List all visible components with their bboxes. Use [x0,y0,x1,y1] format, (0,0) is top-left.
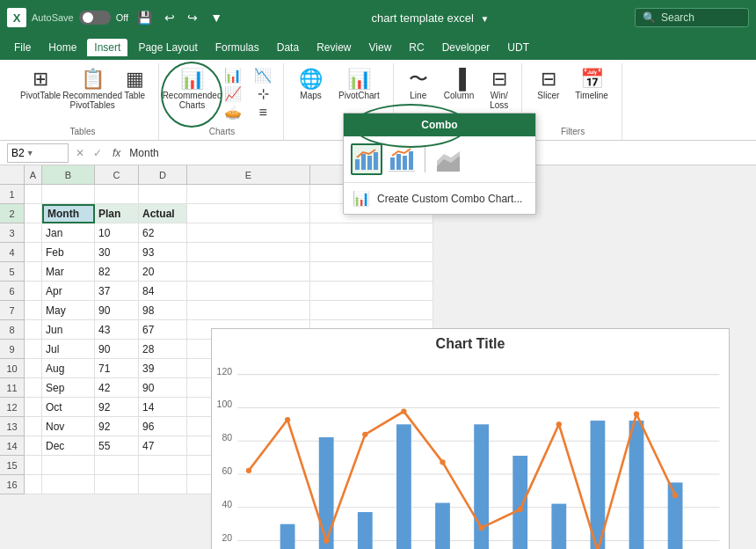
cell-e2[interactable] [187,204,310,223]
scatter-chart-button[interactable]: ⊹ [250,85,276,103]
cell-d6[interactable]: 84 [139,282,187,301]
menu-data[interactable]: Data [270,39,306,56]
cell-c4[interactable]: 30 [95,243,139,262]
cell-c1[interactable] [95,185,139,204]
col-header-e[interactable]: E [187,165,310,185]
cell-d12[interactable]: 14 [139,398,187,417]
menu-page-layout[interactable]: Page Layout [131,39,204,56]
cell-b11[interactable]: Sep [42,378,95,398]
cell-b14[interactable]: Dec [42,436,95,456]
cell-d8[interactable]: 67 [139,320,187,340]
cell-b15[interactable] [42,456,95,475]
cell-b4[interactable]: Feb [42,243,95,262]
cell-a1[interactable] [25,185,42,204]
cell-e5[interactable] [187,262,310,282]
dropdown-arrow[interactable]: ▼ [481,14,490,24]
line-chart-button[interactable]: 📈 [220,85,246,103]
cell-b16[interactable] [42,475,95,494]
menu-formulas[interactable]: Formulas [208,39,266,56]
cell-e4[interactable] [187,243,310,262]
cell-c7[interactable]: 90 [95,301,139,320]
menu-home[interactable]: Home [41,39,84,56]
cell-a9[interactable] [25,340,42,359]
more-charts-button[interactable]: ≡ [250,104,276,121]
cell-d15[interactable] [139,456,187,475]
maps-button[interactable]: 🌐 Maps [293,67,329,103]
timeline-button[interactable]: 📅 Timeline [569,67,614,103]
cell-b3[interactable]: Jan [42,223,95,243]
cell-ref-dropdown[interactable]: ▼ [26,149,34,157]
menu-udt[interactable]: UDT [500,39,536,56]
cell-a12[interactable] [25,398,42,417]
winloss-sparkline-button[interactable]: ⊟ Win/Loss [483,67,514,113]
cell-d4[interactable]: 93 [139,243,187,262]
area-chart-button[interactable]: 📉 [250,67,276,84]
cell-c9[interactable]: 90 [95,340,139,359]
cell-d9[interactable]: 28 [139,340,187,359]
cell-d5[interactable]: 20 [139,262,187,282]
cell-b9[interactable]: Jul [42,340,95,359]
column-sparkline-button[interactable]: ▐ Column [438,67,480,113]
cell-a14[interactable] [25,436,42,456]
cell-d13[interactable]: 96 [139,417,187,436]
autosave-toggle[interactable] [79,11,111,25]
pivotchart-button[interactable]: 📊 PivotChart [332,67,386,103]
cell-a6[interactable] [25,282,42,301]
menu-rc[interactable]: RC [402,39,431,56]
cell-b12[interactable]: Oct [42,398,95,417]
combo-clustered-col-line[interactable] [351,143,382,175]
cell-d2[interactable]: Actual [139,204,187,223]
cell-c15[interactable] [95,456,139,475]
menu-insert[interactable]: Insert [87,39,127,56]
cell-c2[interactable]: Plan [95,204,139,223]
cell-a13[interactable] [25,417,42,436]
cell-b2[interactable]: Month [42,204,95,223]
customize-button[interactable]: ▼ [207,9,226,26]
cell-b10[interactable]: Aug [42,359,95,378]
cell-d14[interactable]: 47 [139,436,187,456]
recommended-charts-button[interactable]: 📊 Recommended Charts [168,67,216,113]
redo-button[interactable]: ↪ [184,9,201,26]
save-button[interactable]: 💾 [134,9,156,26]
menu-view[interactable]: View [362,39,399,56]
cell-c12[interactable]: 92 [95,398,139,417]
cell-f6[interactable] [310,282,433,301]
cell-a16[interactable] [25,475,42,494]
chart-container[interactable]: Chart Title 0 20 40 60 80 100 120 [211,328,730,549]
cell-e7[interactable] [187,301,310,320]
cell-d7[interactable]: 98 [139,301,187,320]
cell-c16[interactable] [95,475,139,494]
cell-f7[interactable] [310,301,433,320]
cell-d16[interactable] [139,475,187,494]
cell-b13[interactable]: Nov [42,417,95,436]
pivottable-button[interactable]: ⊞ PivotTable [14,67,67,103]
cell-a11[interactable] [25,378,42,398]
cell-d11[interactable]: 90 [139,378,187,398]
pie-chart-button[interactable]: 🥧 [220,104,246,121]
cell-c11[interactable]: 42 [95,378,139,398]
cell-f3[interactable] [310,223,433,243]
cell-a3[interactable] [25,223,42,243]
cell-b5[interactable]: Mar [42,262,95,282]
cell-d10[interactable]: 39 [139,359,187,378]
undo-button[interactable]: ↩ [161,9,178,26]
bar-chart-button[interactable]: 📊 [220,67,246,84]
line-sparkline-button[interactable]: 〜 Line [403,67,434,113]
cell-a15[interactable] [25,456,42,475]
recommended-pivottables-button[interactable]: 📋 Recommended PivotTables [70,67,114,113]
combo-stacked-area[interactable] [433,143,464,175]
cell-a5[interactable] [25,262,42,282]
cell-e3[interactable] [187,223,310,243]
cell-c3[interactable]: 10 [95,223,139,243]
col-header-d[interactable]: D [139,165,187,185]
cell-c6[interactable]: 37 [95,282,139,301]
cell-b6[interactable]: Apr [42,282,95,301]
search-box[interactable]: 🔍 Search [635,8,749,27]
col-header-a[interactable]: A [25,165,42,185]
menu-developer[interactable]: Developer [435,39,498,56]
cell-a8[interactable] [25,320,42,340]
cell-a4[interactable] [25,243,42,262]
cell-f4[interactable] [310,243,433,262]
cell-f5[interactable] [310,262,433,282]
cell-a7[interactable] [25,301,42,320]
